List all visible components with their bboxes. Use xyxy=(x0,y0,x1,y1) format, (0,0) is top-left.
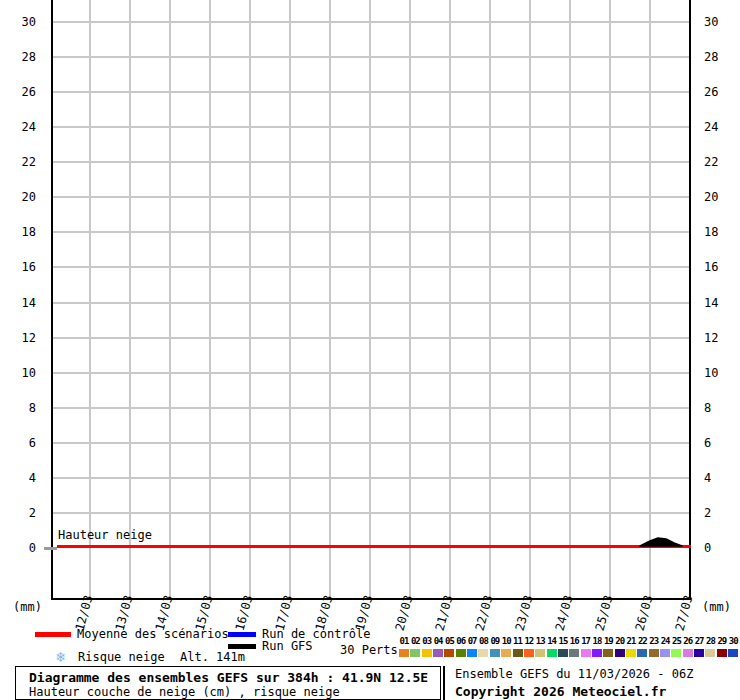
perturbation-color-swatch xyxy=(683,649,693,657)
perturbation-color-swatch xyxy=(422,649,432,657)
perturbation-color-swatch xyxy=(569,649,579,657)
perturbation-color-swatch xyxy=(547,649,557,657)
y-tick-label-left: 28 xyxy=(2,51,36,63)
altitude-label: Alt. 141m xyxy=(180,651,245,664)
perturbation-number: 28 xyxy=(704,636,716,646)
run-info: Ensemble GEFS du 11/03/2026 - 06Z xyxy=(455,667,693,681)
perturbation-legend: 0102030405060708091011121314151617181920… xyxy=(398,636,740,658)
y-tick-label-right: 0 xyxy=(704,542,711,554)
y-tick-label-left: 18 xyxy=(2,226,36,238)
gridline-horizontal xyxy=(52,126,690,128)
perturbation-color-swatch xyxy=(626,649,636,657)
perturbation-color-swatch xyxy=(535,649,545,657)
y-tick-label-left: 0 xyxy=(2,542,36,554)
perturbation-number: 18 xyxy=(591,636,603,646)
perturbation-number: 16 xyxy=(568,636,580,646)
gridline-vertical xyxy=(489,0,491,600)
gridline-vertical xyxy=(529,0,531,600)
y-tick-label-left: 22 xyxy=(2,156,36,168)
y-tick-label-left: 26 xyxy=(2,86,36,98)
perturbation-number: 11 xyxy=(512,636,524,646)
gfs-snow-event xyxy=(632,528,692,548)
y-tick-label-left: 16 xyxy=(2,261,36,273)
perturbation-number: 25 xyxy=(670,636,682,646)
gridline-horizontal xyxy=(52,21,690,23)
perturbation-number: 21 xyxy=(625,636,637,646)
gridline-horizontal xyxy=(52,477,690,479)
y-tick-label-right: 18 xyxy=(704,226,718,238)
y-tick-label-left: 24 xyxy=(2,121,36,133)
gfs-legend-label: Run GFS xyxy=(262,640,313,653)
perturbation-color-swatch xyxy=(410,649,420,657)
gridline-vertical xyxy=(209,0,211,600)
perturbation-color-swatch xyxy=(581,649,591,657)
gridline-horizontal xyxy=(52,91,690,93)
y-tick-label-right: 28 xyxy=(704,51,718,63)
gridline-vertical xyxy=(129,0,131,600)
zero-gridline-tick xyxy=(44,547,57,550)
perturbation-color-swatch xyxy=(433,649,443,657)
gridline-horizontal xyxy=(52,231,690,233)
perturbation-color-swatch xyxy=(671,649,681,657)
gridline-horizontal xyxy=(52,512,690,514)
perturbation-number: 05 xyxy=(443,636,455,646)
perturbation-number: 09 xyxy=(489,636,501,646)
ensemble-chart: 0022446688101012121414161618182020222224… xyxy=(0,0,740,700)
y-tick-label-right: 24 xyxy=(704,121,718,133)
gridline-vertical xyxy=(649,0,651,600)
y-tick-label-right: 12 xyxy=(704,332,718,344)
gridline-vertical xyxy=(609,0,611,600)
perturbation-color-swatch xyxy=(478,649,488,657)
perturbation-color-swatch xyxy=(467,649,477,657)
footer-info-box: Diagramme des ensembles GEFS sur 384h : … xyxy=(15,666,441,700)
perturbation-number: 04 xyxy=(432,636,444,646)
gfs-legend-swatch xyxy=(228,644,256,649)
perturbation-number: 01 xyxy=(398,636,410,646)
gridline-horizontal xyxy=(52,442,690,444)
y-tick-label-left: 30 xyxy=(2,16,36,28)
gridline-horizontal xyxy=(52,302,690,304)
perturbation-color-swatch xyxy=(637,649,647,657)
perturbation-number: 20 xyxy=(614,636,626,646)
gridline-vertical xyxy=(409,0,411,600)
y-tick-label-left: 14 xyxy=(2,297,36,309)
y-tick-label-left: 2 xyxy=(2,507,36,519)
perturbation-number: 19 xyxy=(602,636,614,646)
unit-label-left: (mm) xyxy=(13,601,42,613)
snowflake-icon: ❄ xyxy=(56,650,65,665)
risque-neige-label: Risque neige xyxy=(78,651,165,664)
y-tick-label-left: 4 xyxy=(2,472,36,484)
gridline-vertical xyxy=(169,0,171,600)
gridline-vertical xyxy=(369,0,371,600)
gridline-horizontal xyxy=(52,196,690,198)
gridline-horizontal xyxy=(52,56,690,58)
perturbation-color-swatch xyxy=(728,649,738,657)
y-tick-label-right: 14 xyxy=(704,297,718,309)
mean-line xyxy=(57,545,691,548)
perturbation-color-swatch xyxy=(558,649,568,657)
chart-title: Diagramme des ensembles GEFS sur 384h : … xyxy=(29,670,428,685)
control-legend-swatch xyxy=(228,632,256,637)
gridline-vertical xyxy=(89,0,91,600)
unit-label-right: (mm) xyxy=(702,601,731,613)
perturbation-color-swatch xyxy=(501,649,511,657)
perturbation-number: 10 xyxy=(500,636,512,646)
perturbation-number: 02 xyxy=(409,636,421,646)
x-axis xyxy=(51,598,691,600)
perturbation-color-swatch xyxy=(649,649,659,657)
mean-legend-label: Moyenne des scénarios xyxy=(77,628,229,641)
gridline-vertical xyxy=(329,0,331,600)
perturbation-number: 15 xyxy=(557,636,569,646)
y-tick-label-right: 4 xyxy=(704,472,711,484)
y-tick-label-left: 8 xyxy=(2,402,36,414)
gridline-horizontal xyxy=(52,372,690,374)
perturbation-number: 26 xyxy=(682,636,694,646)
y-tick-label-right: 16 xyxy=(704,261,718,273)
perturbation-number: 17 xyxy=(580,636,592,646)
y-tick-label-left: 12 xyxy=(2,332,36,344)
perturbation-number: 08 xyxy=(477,636,489,646)
gridline-vertical xyxy=(249,0,251,600)
y-tick-label-right: 26 xyxy=(704,86,718,98)
y-tick-label-left: 6 xyxy=(2,437,36,449)
perturbation-color-swatch xyxy=(524,649,534,657)
